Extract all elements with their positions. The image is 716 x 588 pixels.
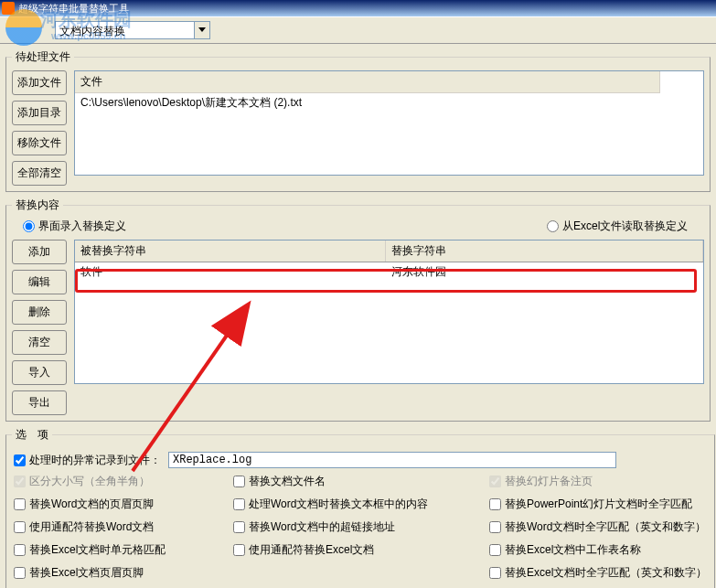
chk-word-hf[interactable]: 替换Word文档的页眉页脚 bbox=[14, 497, 224, 512]
chevron-down-icon bbox=[198, 27, 206, 32]
cell-to: 河东软件园 bbox=[386, 262, 703, 282]
files-fieldset: 待处理文件 添加文件 添加目录 移除文件 全部清空 文件 C:\Users\le… bbox=[5, 49, 711, 192]
log-check-input[interactable] bbox=[14, 454, 26, 466]
replace-fieldset: 替换内容 界面录入替换定义 从Excel文件读取替换定义 添加 编辑 删除 清空… bbox=[5, 198, 711, 422]
watermark-icon bbox=[5, 9, 42, 46]
chk-rename[interactable]: 替换文档文件名 bbox=[233, 474, 480, 489]
chk-word-textbox[interactable]: 处理Word文档时替换文本框中的内容 bbox=[233, 497, 480, 512]
replace-grid-header: 被替换字符串 替换字符串 bbox=[75, 241, 703, 262]
delete-rule-button[interactable]: 删除 bbox=[12, 300, 67, 325]
chk-word-whole[interactable]: 替换Word文档时全字匹配（英文和数字） bbox=[489, 519, 707, 535]
replace-legend: 替换内容 bbox=[12, 198, 63, 213]
col-from: 被替换字符串 bbox=[75, 241, 386, 262]
add-file-button[interactable]: 添加文件 bbox=[12, 70, 67, 95]
replace-grid[interactable]: 被替换字符串 替换字符串 软件 河东软件园 bbox=[74, 240, 704, 384]
file-list-row[interactable]: C:\Users\lenovo\Desktop\新建文本文档 (2).txt bbox=[75, 93, 703, 112]
export-rules-button[interactable]: 导出 bbox=[12, 390, 67, 415]
chk-excel-whole[interactable]: 替换Excel文档时全字匹配（英文和数字） bbox=[489, 565, 707, 581]
replace-grid-row[interactable]: 软件 河东软件园 bbox=[75, 262, 703, 282]
files-legend: 待处理文件 bbox=[12, 49, 74, 65]
mode-combo[interactable]: 文档内容替换 bbox=[55, 21, 210, 39]
file-list-header: 文件 bbox=[75, 71, 660, 93]
chk-ppt-whole[interactable]: 替换PowerPoint幻灯片文档时全字匹配 bbox=[489, 497, 707, 512]
log-check[interactable]: 处理时的异常记录到文件： bbox=[14, 453, 161, 468]
radio-ui-input[interactable] bbox=[23, 220, 35, 232]
radio-excel[interactable]: 从Excel文件读取替换定义 bbox=[547, 219, 688, 234]
chk-wildcard-word[interactable]: 使用通配符替换Word文档 bbox=[14, 519, 224, 535]
file-list[interactable]: 文件 C:\Users\lenovo\Desktop\新建文本文档 (2).tx… bbox=[74, 70, 704, 176]
title-bar: 超级字符串批量替换工具 bbox=[0, 0, 716, 16]
chk-case[interactable]: 区分大小写（全角半角） bbox=[14, 474, 224, 489]
options-legend: 选 项 bbox=[12, 427, 52, 443]
radio-ui[interactable]: 界面录入替换定义 bbox=[23, 219, 126, 234]
chk-wildcard-excel[interactable]: 使用通配符替换Excel文档 bbox=[233, 542, 480, 558]
mode-combo-value: 文档内容替换 bbox=[59, 25, 125, 37]
chk-word-hyperlink[interactable]: 替换Word文档中的超链接地址 bbox=[233, 519, 480, 535]
remove-file-button[interactable]: 移除文件 bbox=[12, 131, 67, 155]
log-file-input[interactable] bbox=[168, 452, 616, 468]
chk-excel-cell[interactable]: 替换Excel文档时单元格匹配 bbox=[14, 542, 224, 558]
col-to: 替换字符串 bbox=[386, 241, 703, 262]
radio-excel-input[interactable] bbox=[547, 220, 559, 232]
add-dir-button[interactable]: 添加目录 bbox=[12, 101, 67, 125]
import-rules-button[interactable]: 导入 bbox=[12, 360, 67, 385]
toolbar: 文档内容替换 bbox=[0, 16, 716, 44]
chk-excel-sheet[interactable]: 替换Excel文档中工作表名称 bbox=[489, 542, 707, 558]
cell-from: 软件 bbox=[75, 262, 386, 282]
options-fieldset: 选 项 处理时的异常记录到文件： 区分大小写（全角半角） 替换文档文件名 替换幻… bbox=[5, 427, 715, 588]
clear-files-button[interactable]: 全部清空 bbox=[12, 161, 67, 186]
clear-rules-button[interactable]: 清空 bbox=[12, 330, 67, 355]
chk-excel-hf[interactable]: 替换Excel文档页眉页脚 bbox=[14, 565, 224, 581]
chk-ppt-notes[interactable]: 替换幻灯片备注页 bbox=[489, 474, 707, 489]
edit-rule-button[interactable]: 编辑 bbox=[12, 270, 67, 294]
add-rule-button[interactable]: 添加 bbox=[12, 240, 67, 264]
